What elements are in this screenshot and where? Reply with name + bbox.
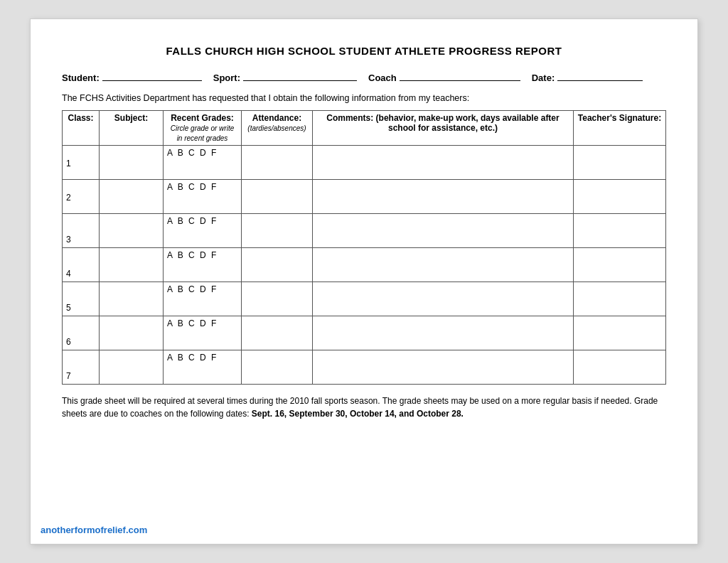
- row-comments-6: [313, 316, 574, 350]
- date-underline: [557, 70, 643, 81]
- th-grades: Recent Grades: Circle grade or write in …: [164, 111, 242, 146]
- watermark: anotherformofrelief.com: [41, 525, 147, 535]
- date-label: Date:: [532, 73, 555, 83]
- th-grades-sub: Circle grade or write in recent grades: [171, 124, 234, 142]
- footer-text: This grade sheet will be required at sev…: [62, 395, 666, 420]
- table-row: 4 A B C D F: [63, 248, 666, 282]
- row-attend-7: [242, 350, 313, 385]
- row-comments-4: [313, 248, 574, 282]
- sport-label: Sport:: [213, 73, 240, 83]
- coach-field: Coach: [368, 70, 520, 83]
- table-row: 6 A B C D F: [63, 316, 666, 350]
- row-subj-7: [100, 350, 164, 385]
- student-field: Student:: [62, 70, 202, 83]
- th-attendance: Attendance: (tardies/absences): [242, 111, 313, 146]
- page-title: FALLS CHURCH HIGH SCHOOL STUDENT ATHLETE…: [62, 45, 666, 57]
- coach-underline: [400, 70, 520, 81]
- table-row: 7 A B C D F: [63, 350, 666, 385]
- row-num-5: 5: [63, 282, 100, 316]
- row-sig-6: [574, 316, 666, 350]
- row-sig-1: [574, 146, 666, 180]
- row-grades-1: A B C D F: [164, 146, 242, 180]
- intro-text: The FCHS Activities Department has reque…: [62, 93, 666, 103]
- row-comments-1: [313, 146, 574, 180]
- sport-field: Sport:: [213, 70, 357, 83]
- student-underline: [102, 70, 202, 81]
- row-grades-6: A B C D F: [164, 316, 242, 350]
- row-comments-5: [313, 282, 574, 316]
- row-sig-4: [574, 248, 666, 282]
- row-num-6: 6: [63, 316, 100, 350]
- row-subj-2: [100, 180, 164, 214]
- table-row: 3 A B C D F: [63, 214, 666, 248]
- row-attend-5: [242, 282, 313, 316]
- progress-table: Class: Subject: Recent Grades: Circle gr…: [62, 110, 666, 385]
- table-row: 1 A B C D F: [63, 146, 666, 180]
- coach-label: Coach: [368, 73, 397, 83]
- row-num-4: 4: [63, 248, 100, 282]
- row-attend-1: [242, 146, 313, 180]
- row-grades-5: A B C D F: [164, 282, 242, 316]
- row-attend-6: [242, 316, 313, 350]
- date-field: Date:: [532, 70, 643, 83]
- row-subj-6: [100, 316, 164, 350]
- page: FALLS CHURCH HIGH SCHOOL STUDENT ATHLETE…: [30, 18, 698, 545]
- th-comments: Comments: (behavior, make-up work, days …: [313, 111, 574, 146]
- row-grades-3: A B C D F: [164, 214, 242, 248]
- row-num-7: 7: [63, 350, 100, 385]
- row-comments-7: [313, 350, 574, 385]
- sport-underline: [243, 70, 357, 81]
- footer-bold: Sept. 16, September 30, October 14, and …: [252, 409, 464, 419]
- th-attend-sub: (tardies/absences): [247, 124, 306, 132]
- row-sig-3: [574, 214, 666, 248]
- th-signature: Teacher's Signature:: [574, 111, 666, 146]
- row-grades-7: A B C D F: [164, 350, 242, 385]
- row-attend-2: [242, 180, 313, 214]
- th-subject: Subject:: [100, 111, 164, 146]
- row-sig-2: [574, 180, 666, 214]
- row-attend-4: [242, 248, 313, 282]
- row-subj-3: [100, 214, 164, 248]
- row-grades-4: A B C D F: [164, 248, 242, 282]
- row-comments-3: [313, 214, 574, 248]
- row-comments-2: [313, 180, 574, 214]
- table-header-row: Class: Subject: Recent Grades: Circle gr…: [63, 111, 666, 146]
- row-attend-3: [242, 214, 313, 248]
- row-sig-5: [574, 282, 666, 316]
- row-subj-4: [100, 248, 164, 282]
- table-row: 2 A B C D F: [63, 180, 666, 214]
- row-num-2: 2: [63, 180, 100, 214]
- th-class: Class:: [63, 111, 100, 146]
- header-row: Student: Sport: Coach Date:: [62, 70, 666, 83]
- table-row: 5 A B C D F: [63, 282, 666, 316]
- row-grades-2: A B C D F: [164, 180, 242, 214]
- row-subj-1: [100, 146, 164, 180]
- row-num-3: 3: [63, 214, 100, 248]
- student-label: Student:: [62, 73, 100, 83]
- row-subj-5: [100, 282, 164, 316]
- row-sig-7: [574, 350, 666, 385]
- row-num-1: 1: [63, 146, 100, 180]
